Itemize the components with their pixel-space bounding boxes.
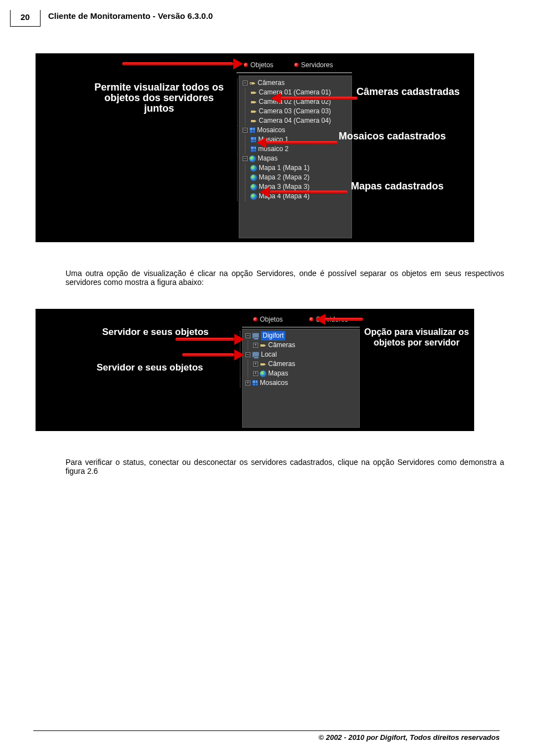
tree-node-label: Camera 01 (Camera 01) <box>259 88 331 97</box>
server-tree[interactable]: − Digifort +Câmeras − Local +C <box>242 329 360 428</box>
mosaic-icon <box>249 127 255 133</box>
tree-node-label: Mapa 2 (Mapa 2) <box>259 173 309 182</box>
collapse-icon[interactable]: − <box>243 81 248 86</box>
dot-icon <box>253 317 258 322</box>
globe-icon <box>250 174 257 181</box>
camera-icon <box>250 118 257 124</box>
arrow-icon <box>281 97 358 100</box>
page-title: Cliente de Monitoramento - Versão 6.3.0.… <box>48 10 213 21</box>
paragraph: Para verificar o status, conectar ou des… <box>66 458 504 475</box>
tree-node-label: Local <box>261 350 277 359</box>
tab-objetos[interactable]: Objetos <box>253 316 283 323</box>
callout-option: Opção para visualizar os objetos por ser… <box>364 327 469 348</box>
tree-node-label: Câmeras <box>268 359 295 369</box>
tree-node[interactable]: +Mapas <box>253 369 358 378</box>
tree-node[interactable]: + Mosaicos <box>245 378 358 388</box>
tree-node-label: Camera 03 (Camera 03) <box>259 107 331 116</box>
tab-label: Objetos <box>260 316 283 323</box>
svg-point-0 <box>250 83 252 84</box>
mosaic-icon <box>250 146 257 152</box>
dot-icon <box>294 63 299 67</box>
tab-servidores[interactable]: Servidores <box>294 61 333 69</box>
tree-node-label: Câmeras <box>268 341 295 350</box>
server-icon <box>252 333 259 339</box>
tree-node[interactable]: Camera 03 (Camera 03) <box>250 107 349 116</box>
collapse-icon[interactable]: − <box>245 352 250 357</box>
dot-icon <box>309 317 314 322</box>
globe-icon <box>249 156 256 162</box>
figure-servers-tree: Objetos Servidores − Digifort +Câmeras <box>36 309 474 431</box>
footer-copyright: © 2002 - 2010 por Digifort, Todos direit… <box>33 730 500 742</box>
arrow-icon <box>270 191 348 194</box>
page-number: 20 <box>10 10 41 27</box>
callout-left: Permite visualizar todos os objetos dos … <box>94 82 224 114</box>
dot-icon <box>244 63 248 67</box>
globe-icon <box>250 193 257 200</box>
collapse-icon[interactable]: − <box>245 333 250 338</box>
camera-icon <box>249 80 256 87</box>
collapse-icon[interactable]: − <box>243 156 248 161</box>
tree-node[interactable]: +Câmeras <box>253 341 358 350</box>
expand-icon[interactable]: + <box>253 343 258 348</box>
tree-node-label: Mosaicos <box>257 126 285 135</box>
globe-icon <box>260 371 266 377</box>
arrow-icon <box>175 338 234 341</box>
callout-server1: Servidor e seus objetos <box>102 327 209 337</box>
callout-cameras: Câmeras cadastradas <box>356 87 460 97</box>
arrow-icon <box>325 318 363 321</box>
camera-icon <box>250 99 257 106</box>
callout-mosaicos: Mosaicos cadastrados <box>339 131 446 142</box>
tree-node[interactable]: Mapa 1 (Mapa 1) <box>250 163 349 173</box>
paragraph: Uma outra opção de visualização é clicar… <box>66 269 504 287</box>
tree-node[interactable]: +Câmeras <box>253 359 358 369</box>
mosaic-icon <box>250 137 257 143</box>
expand-icon[interactable]: + <box>245 380 250 385</box>
collapse-icon[interactable]: − <box>243 128 248 133</box>
figure-objects-tree: Objetos Servidores − Câmeras <box>36 53 474 242</box>
server-icon <box>252 352 259 358</box>
callout-mapas: Mapas cadastrados <box>351 181 444 192</box>
expand-icon[interactable]: + <box>253 371 258 376</box>
tree-node-label: Câmeras <box>258 78 285 88</box>
camera-icon <box>260 361 266 368</box>
globe-icon <box>250 184 257 191</box>
arrow-icon <box>122 62 233 66</box>
tree-node-label: Camera 04 (Camera 04) <box>259 116 331 126</box>
tab-label: Objetos <box>250 61 273 69</box>
separator <box>242 327 360 328</box>
mosaic-icon <box>252 380 258 386</box>
globe-icon <box>250 165 257 172</box>
tree-node[interactable]: Mapa 2 (Mapa 2) <box>250 173 349 182</box>
callout-server2: Servidor e seus objetos <box>97 362 203 373</box>
tree-node-label: Mapas <box>268 369 288 378</box>
camera-icon <box>250 108 257 115</box>
tree-node[interactable]: Camera 01 (Camera 01) <box>250 88 349 97</box>
separator <box>237 72 352 73</box>
tree-node-label: Mosaicos <box>260 378 288 388</box>
tree-node-label: Mapas <box>258 154 278 163</box>
tree-node-label: Mapa 1 (Mapa 1) <box>259 163 309 173</box>
tree-node[interactable]: Camera 04 (Camera 04) <box>250 116 349 126</box>
camera-icon <box>260 342 266 349</box>
arrow-icon <box>182 353 234 357</box>
expand-icon[interactable]: + <box>253 362 258 367</box>
tab-objetos[interactable]: Objetos <box>244 61 273 69</box>
tree-node-selected: Digifort <box>261 331 285 341</box>
camera-icon <box>250 89 257 96</box>
arrow-icon <box>266 141 338 144</box>
tab-label: Servidores <box>301 61 333 69</box>
